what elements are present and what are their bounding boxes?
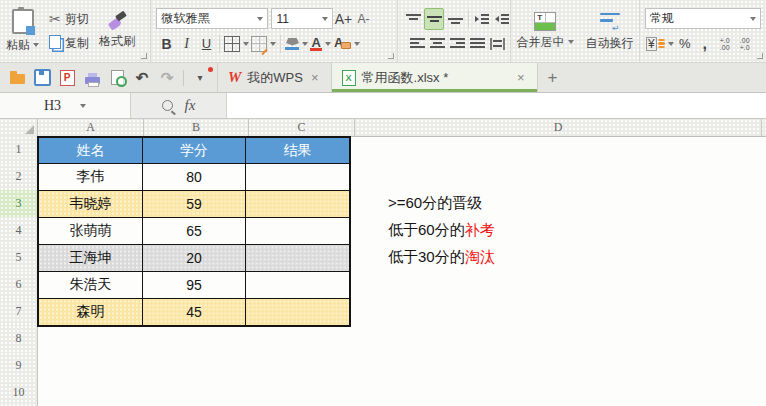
increase-font-button[interactable]: A+	[334, 9, 352, 29]
cell-b6[interactable]: 95	[143, 272, 246, 299]
decrease-indent-button[interactable]	[473, 9, 491, 29]
row-header-3-active[interactable]: 3	[0, 190, 40, 218]
close-icon[interactable]: ×	[309, 70, 321, 85]
save-button[interactable]	[33, 69, 51, 87]
column-header-b[interactable]: B	[144, 119, 249, 136]
print-button[interactable]	[83, 69, 101, 87]
align-center-button[interactable]	[429, 34, 447, 54]
insert-function-button[interactable]: fx	[185, 97, 196, 114]
cell-b2[interactable]: 80	[143, 164, 246, 191]
printer-icon	[85, 77, 100, 84]
chevron-down-icon[interactable]	[80, 104, 86, 108]
customize-toolbar-button[interactable]: ▾	[191, 69, 209, 87]
cell-c5[interactable]	[246, 245, 351, 272]
align-bottom-button[interactable]	[446, 9, 464, 29]
undo-button[interactable]: ↶	[133, 69, 151, 87]
paste-dropdown-icon[interactable]	[33, 43, 39, 47]
distribute-button[interactable]	[489, 34, 507, 54]
merge-center-button[interactable]: T 合并居中	[511, 3, 580, 59]
number-format-select[interactable]: 常规	[645, 8, 761, 29]
chevron-down-icon[interactable]	[568, 40, 574, 44]
row-header-10[interactable]: 10	[0, 379, 38, 406]
comma-style-button[interactable]: ,	[696, 34, 714, 54]
italic-button[interactable]: I	[177, 34, 195, 54]
name-box[interactable]: H3	[0, 93, 131, 118]
dialog-launcher-icon[interactable]	[388, 53, 394, 59]
fill-color-button[interactable]	[285, 34, 308, 54]
cell-a2[interactable]: 李伟	[38, 164, 143, 191]
cell-c6[interactable]	[246, 272, 351, 299]
tab-document[interactable]: X 常用函数.xlsx * ×	[331, 63, 538, 92]
row-header-1[interactable]: 1	[0, 136, 38, 164]
clear-format-button[interactable]: A	[333, 34, 360, 54]
header-cell-result[interactable]: 结果	[246, 137, 351, 164]
wrap-text-button[interactable]: ↵ 自动换行	[580, 3, 640, 59]
column-header-c[interactable]: C	[249, 119, 355, 136]
search-function-icon[interactable]	[162, 100, 173, 111]
align-right-button[interactable]	[449, 34, 467, 54]
table-row: 张萌萌 65	[38, 218, 350, 245]
cell-c2[interactable]	[246, 164, 351, 191]
redo-button[interactable]: ↷	[158, 69, 176, 87]
dialog-launcher-icon[interactable]	[141, 53, 147, 59]
row-header-7[interactable]: 7	[0, 298, 38, 326]
row-header-4[interactable]: 4	[0, 217, 38, 245]
paste-button[interactable]: 粘贴	[0, 3, 45, 59]
export-pdf-button[interactable]: P	[58, 69, 76, 87]
decrease-decimal-button[interactable]: .00+.0	[736, 34, 754, 54]
folder-icon	[10, 74, 25, 84]
cell-a6[interactable]: 朱浩天	[38, 272, 143, 299]
new-tab-button[interactable]: +	[538, 68, 568, 88]
cell-a5[interactable]: 王海坤	[38, 245, 143, 272]
bold-button[interactable]: B	[157, 34, 175, 54]
cell-b5[interactable]: 20	[143, 245, 246, 272]
close-icon[interactable]: ×	[515, 70, 527, 85]
row-header-9[interactable]: 9	[0, 352, 38, 380]
cell-c3[interactable]	[246, 191, 351, 218]
percent-button[interactable]: %	[676, 34, 694, 54]
row-header-6[interactable]: 6	[0, 271, 38, 299]
align-left-button[interactable]	[409, 34, 427, 54]
align-middle-button[interactable]	[424, 8, 444, 30]
draw-border-button[interactable]	[251, 34, 276, 54]
format-painter-button[interactable]: 格式刷	[93, 3, 141, 59]
column-header-a[interactable]: A	[38, 119, 144, 136]
cell-b3[interactable]: 59	[143, 191, 246, 218]
header-cell-name[interactable]: 姓名	[38, 137, 143, 164]
select-all-corner[interactable]	[0, 119, 38, 136]
row-header-2[interactable]: 2	[0, 163, 38, 191]
tab-home[interactable]: W 我的WPS ×	[217, 63, 331, 92]
increase-decimal-button[interactable]: +.0.00	[716, 34, 734, 54]
font-color-button[interactable]: A	[310, 34, 330, 54]
row-header-5[interactable]: 5	[0, 244, 38, 272]
font-family-select[interactable]: 微软雅黑	[156, 8, 268, 29]
row-header-8[interactable]: 8	[0, 325, 38, 353]
currency-button[interactable]: ¥	[646, 34, 674, 54]
cell-b4[interactable]: 65	[143, 218, 246, 245]
cut-button[interactable]: ✂ 剪切	[45, 7, 93, 31]
print-preview-button[interactable]	[108, 69, 126, 87]
justify-icon	[470, 38, 485, 50]
column-header-d[interactable]: D	[355, 119, 762, 136]
cell-b7[interactable]: 45	[143, 299, 246, 327]
borders-button[interactable]	[224, 34, 249, 54]
copy-button[interactable]: 复制	[45, 31, 93, 55]
cell-c7[interactable]	[246, 299, 351, 327]
dialog-launcher-icon[interactable]	[757, 53, 763, 59]
decrease-font-button[interactable]: A-	[354, 9, 372, 29]
font-size-select[interactable]: 11	[271, 8, 333, 29]
cell-a4[interactable]: 张萌萌	[38, 218, 143, 245]
cell-c4[interactable]	[246, 218, 351, 245]
header-cell-score[interactable]: 学分	[143, 137, 246, 164]
underline-button[interactable]: U	[197, 34, 215, 54]
open-button[interactable]	[8, 69, 26, 87]
paste-label: 粘贴	[6, 38, 30, 52]
increase-indent-button[interactable]	[493, 9, 511, 29]
column-header-e[interactable]	[762, 119, 766, 136]
merge-center-label: 合并居中	[517, 35, 565, 49]
cell-a7[interactable]: 森明	[38, 299, 143, 327]
justify-button[interactable]	[469, 34, 487, 54]
align-top-button[interactable]	[404, 9, 422, 29]
cell-a3[interactable]: 韦晓婷	[38, 191, 143, 218]
formula-input[interactable]	[226, 93, 766, 118]
